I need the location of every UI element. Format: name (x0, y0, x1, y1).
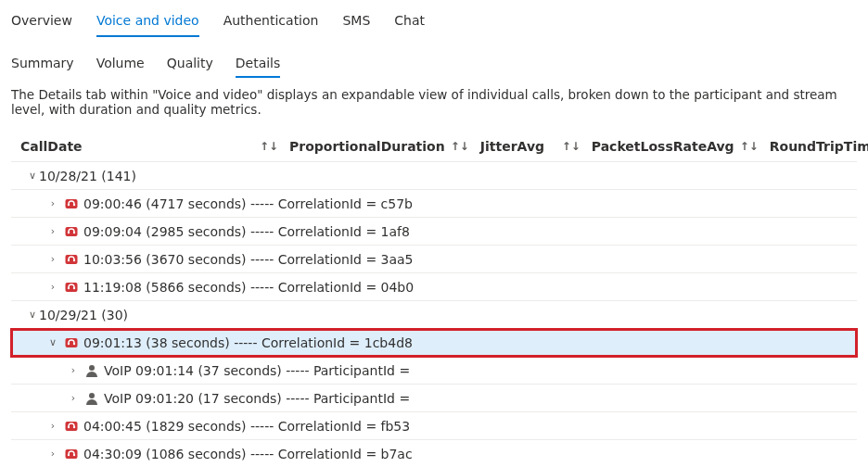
tab-voice-and-video[interactable]: Voice and video (96, 7, 199, 37)
subtab-details[interactable]: Details (236, 52, 281, 78)
person-icon (83, 390, 100, 407)
date-group-label: 10/29/21 (30) (39, 308, 128, 322)
phone-icon (63, 446, 80, 462)
column-packetlossrateavg[interactable]: PacketLossRateAvg ↑↓ (592, 139, 770, 154)
column-jitter-label: JitterAvg (480, 139, 544, 154)
svg-point-14 (73, 342, 75, 344)
svg-point-4 (68, 231, 70, 233)
call-row[interactable]: › 09:00:46 (4717 seconds) ----- Correlat… (11, 190, 857, 218)
phone-icon (63, 196, 80, 212)
chevron-right-icon[interactable]: › (46, 420, 59, 432)
subtab-summary[interactable]: Summary (11, 52, 74, 78)
date-group-row[interactable]: ∨10/29/21 (30) (11, 301, 857, 329)
call-row-text: 04:00:45 (1829 seconds) ----- Correlatio… (83, 419, 410, 434)
svg-point-11 (73, 286, 75, 288)
call-row[interactable]: › 10:03:56 (3670 seconds) ----- Correlat… (11, 246, 857, 273)
chevron-right-icon[interactable]: › (46, 281, 59, 293)
person-icon (83, 362, 100, 379)
svg-point-8 (73, 259, 75, 260)
sort-icon[interactable]: ↑↓ (260, 140, 289, 153)
table-header: CallDate ↑↓ ProportionalDuration ↑↓ Jitt… (11, 132, 857, 162)
phone-icon (63, 334, 80, 351)
participant-row[interactable]: › VoIP 09:01:14 (37 seconds) ----- Parti… (11, 357, 857, 385)
main-tabs: Overview Voice and video Authentication … (11, 7, 857, 37)
column-roundtriptimeavg[interactable]: RoundTripTimeAvg ↑↓ (770, 139, 868, 154)
chevron-right-icon[interactable]: › (67, 364, 80, 376)
call-row-text: 11:19:08 (5866 seconds) ----- Correlatio… (83, 280, 414, 295)
column-calldate-label: CallDate (20, 139, 83, 154)
svg-point-19 (73, 425, 75, 427)
tab-sms[interactable]: SMS (342, 7, 370, 37)
tab-overview[interactable]: Overview (11, 7, 72, 37)
call-row-text: 09:01:13 (38 seconds) ----- CorrelationI… (83, 335, 413, 350)
svg-point-7 (68, 259, 70, 260)
call-row[interactable]: ∨ 09:01:13 (38 seconds) ----- Correlatio… (11, 329, 857, 357)
svg-point-22 (73, 453, 75, 455)
call-row[interactable]: › 04:00:45 (1829 seconds) ----- Correlat… (11, 412, 857, 440)
svg-point-10 (68, 286, 70, 288)
phone-icon (63, 418, 80, 435)
column-packetloss-label: PacketLossRateAvg (592, 139, 734, 154)
participant-row[interactable]: › VoIP 09:01:20 (17 seconds) ----- Parti… (11, 385, 857, 412)
chevron-down-icon[interactable]: ∨ (26, 309, 39, 321)
date-group-row[interactable]: ∨10/28/21 (141) (11, 162, 857, 190)
chevron-right-icon[interactable]: › (46, 225, 59, 237)
chevron-down-icon[interactable]: ∨ (46, 336, 59, 348)
chevron-right-icon[interactable]: › (46, 197, 59, 209)
chevron-right-icon[interactable]: › (67, 392, 80, 404)
svg-point-2 (73, 203, 75, 205)
svg-point-18 (68, 425, 70, 427)
call-row-text: 10:03:56 (3670 seconds) ----- Correlatio… (83, 252, 414, 267)
chevron-right-icon[interactable]: › (46, 448, 59, 460)
sort-icon[interactable]: ↑↓ (451, 140, 480, 153)
call-row[interactable]: › 09:09:04 (2985 seconds) ----- Correlat… (11, 218, 857, 246)
column-propduration-label: ProportionalDuration (289, 139, 445, 154)
column-jitteravg[interactable]: JitterAvg ↑↓ (480, 139, 592, 154)
svg-point-15 (89, 365, 95, 371)
sort-icon[interactable]: ↑↓ (740, 140, 770, 153)
subtab-quality[interactable]: Quality (167, 52, 213, 78)
call-row[interactable]: › 11:19:08 (5866 seconds) ----- Correlat… (11, 273, 857, 301)
phone-icon (63, 279, 80, 296)
svg-point-1 (68, 203, 70, 205)
subtab-volume[interactable]: Volume (96, 52, 145, 78)
tab-authentication[interactable]: Authentication (223, 7, 319, 37)
call-row-text: 09:00:46 (4717 seconds) ----- Correlatio… (83, 196, 413, 211)
tab-chat[interactable]: Chat (394, 7, 425, 37)
date-group-label: 10/28/21 (141) (39, 169, 136, 183)
chevron-right-icon[interactable]: › (46, 253, 59, 265)
call-row[interactable]: › 04:30:09 (1086 seconds) ----- Correlat… (11, 440, 857, 467)
column-proportionalduration[interactable]: ProportionalDuration ↑↓ (289, 139, 480, 154)
phone-icon (63, 223, 80, 240)
sub-tabs: Summary Volume Quality Details (11, 52, 857, 78)
call-row-text: 04:30:09 (1086 seconds) ----- Correlatio… (83, 447, 413, 461)
svg-point-21 (68, 453, 70, 455)
table-body: ∨10/28/21 (141)› 09:00:46 (4717 seconds)… (11, 162, 857, 467)
sort-icon[interactable]: ↑↓ (562, 140, 592, 153)
participant-row-text: VoIP 09:01:20 (17 seconds) ----- Partici… (104, 391, 410, 406)
phone-icon (63, 251, 80, 268)
tab-description: The Details tab within "Voice and video"… (11, 87, 857, 117)
call-row-text: 09:09:04 (2985 seconds) ----- Correlatio… (83, 224, 410, 239)
column-calldate[interactable]: CallDate ↑↓ (20, 139, 289, 154)
svg-point-5 (73, 231, 75, 233)
svg-point-16 (89, 393, 95, 398)
svg-point-13 (68, 342, 70, 344)
participant-row-text: VoIP 09:01:14 (37 seconds) ----- Partici… (104, 363, 410, 378)
chevron-down-icon[interactable]: ∨ (26, 170, 39, 182)
column-rtt-label: RoundTripTimeAvg (770, 139, 868, 154)
